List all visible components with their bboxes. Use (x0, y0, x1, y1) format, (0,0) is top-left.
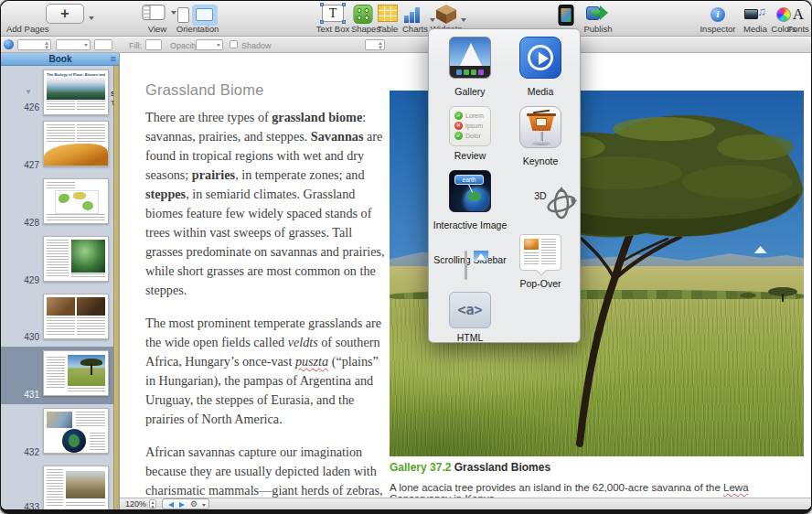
sidebar-menu-icon[interactable]: ≡ (111, 53, 116, 65)
widget-item-label: Keynote (502, 155, 579, 166)
page-row-431[interactable]: 431 (1, 347, 113, 404)
text-run: There are three types of (145, 110, 272, 124)
gallery-caption-title: Gallery 37.2 Grassland Biomes (390, 461, 550, 474)
widget-item-keynote[interactable]: Keynote (502, 106, 579, 166)
media-button[interactable]: ♫ Media (738, 4, 773, 35)
zoom-stepper[interactable]: ▲▼ (149, 499, 156, 509)
page-thumbnail[interactable] (43, 236, 109, 282)
page-row-428[interactable]: 428 (1, 175, 113, 232)
widget-item-popover[interactable]: Pop-Over (502, 234, 579, 289)
thumb-art-layer (71, 273, 105, 278)
format-bar: ▲▼ Fill: Opacity: Shadow ▲▼ (1, 37, 811, 53)
widget-item-media[interactable]: Media (502, 37, 579, 97)
thumb-art-layer (66, 471, 105, 498)
portrait-page-icon[interactable] (177, 7, 189, 23)
inspector-button[interactable]: i Inspector (696, 4, 740, 35)
gallery-widget-icon[interactable] (449, 37, 491, 79)
page-thumbnail[interactable] (43, 121, 109, 166)
widgets-icon (435, 5, 457, 24)
widget-item-review[interactable]: ✓Lorem✕Ipsum✓DolorReview (432, 106, 508, 161)
fill-color-well[interactable] (145, 39, 162, 50)
review-row-label: Ipsum (465, 123, 483, 129)
media-widget-icon[interactable] (519, 37, 561, 79)
widget-icon-layer (536, 118, 547, 126)
preview-device-icon (559, 5, 574, 26)
text-run: grassland biome (272, 110, 362, 124)
sidebar-title: Book (49, 54, 72, 64)
review-widget-icon[interactable]: ✓Lorem✕Ipsum✓Dolor (449, 106, 491, 146)
page-row-433[interactable]: 433 (1, 462, 113, 509)
widget-item-gallery[interactable]: Gallery (432, 37, 508, 97)
fonts-button[interactable]: A Fonts (785, 4, 811, 35)
sidebar-header[interactable]: Book ≡ (1, 53, 120, 66)
shadow-checkbox[interactable] (230, 40, 238, 48)
widget-item-interactive[interactable]: earthInteractive Image (432, 170, 508, 230)
navigation-group: ⚙ (162, 498, 209, 509)
zoom-level[interactable]: 120% (125, 499, 146, 509)
style-dropdown[interactable] (56, 39, 91, 50)
fonts-label: Fonts (785, 24, 811, 34)
page-thumbnail[interactable] (43, 408, 109, 454)
object-fill-sphere-icon[interactable] (4, 39, 14, 49)
interactive-widget-icon[interactable]: earth (449, 170, 491, 212)
disclosure-triangle-icon[interactable]: ▼ (25, 88, 32, 96)
publish-button[interactable]: Publish (577, 4, 619, 35)
page-row-426[interactable]: ▼426The Biology of Place: Biomes and Lan… (1, 66, 113, 117)
gear-menu-icon[interactable]: ⚙ (190, 499, 198, 509)
text-run: , in temperate zones; and (235, 167, 364, 182)
text-run: puszta (295, 354, 328, 369)
text-run: A lone acacia tree provides an island in… (390, 482, 723, 493)
page-row-427[interactable]: 427 (1, 117, 113, 175)
previous-page-button[interactable] (168, 502, 174, 508)
text-run: , in semiarid climates. Grassland biomes… (145, 187, 385, 297)
page-thumbnail[interactable] (43, 294, 109, 339)
document-paragraphs[interactable]: There are three types of grassland biome… (145, 108, 390, 509)
review-row-label: Dolor (465, 133, 481, 139)
widget-icon-layer (465, 251, 467, 280)
widget-icon-layer (532, 141, 550, 145)
right-stepper[interactable]: ▲▼ (365, 39, 385, 50)
earth-tag-label: earth (454, 175, 484, 185)
keynote-widget-icon[interactable] (519, 106, 561, 148)
widget-icon-layer (464, 70, 469, 75)
page-number: 431 (12, 390, 39, 400)
widget-item-threed[interactable]: 3D (502, 170, 579, 201)
popover-widget-icon[interactable] (519, 234, 561, 271)
sidebar-scrollbar[interactable] (113, 66, 119, 509)
thumb-art-layer (47, 357, 65, 390)
thumb-art-layer (47, 412, 72, 428)
thumb-art-layer (47, 182, 75, 189)
html-widget-icon[interactable]: <a> (449, 292, 491, 328)
size-stepper[interactable]: ▲▼ (17, 39, 51, 50)
pages-sidebar: Book ≡ ▼426The Biology of Place: Biomes … (1, 53, 120, 509)
status-bar: 120% ▲▼ ⚙ (120, 498, 811, 509)
view-icon (143, 5, 166, 20)
widget-item-label: Media (502, 86, 579, 97)
widget-icon-layer (468, 191, 481, 201)
widget-item-scrolling[interactable]: Scrolling Sidebar (432, 234, 508, 265)
page-number: 433 (12, 502, 39, 509)
thumb-art-layer (47, 124, 75, 143)
page-row-429[interactable]: 429 (1, 232, 113, 290)
widget-icon-layer: ✕Ipsum (454, 121, 486, 131)
next-page-button[interactable] (179, 502, 185, 508)
section-heading[interactable]: Grassland Biome (145, 81, 264, 99)
opacity-dropdown[interactable] (196, 39, 223, 50)
orientation-control[interactable]: Orientation (169, 4, 226, 35)
add-pages-button[interactable]: + Add Pages (5, 4, 96, 35)
widget-item-html[interactable]: <a>HTML (432, 292, 508, 343)
page-row-432[interactable]: 432 (1, 404, 113, 462)
widget-icon-layer (527, 113, 556, 116)
page-thumbnail[interactable] (43, 178, 109, 224)
orientation-icons (177, 5, 218, 26)
landscape-page-icon[interactable] (192, 5, 218, 26)
page-thumbnail[interactable] (43, 466, 109, 509)
add-pages-icon[interactable]: + (46, 4, 84, 24)
gallery-caption-label: Gallery 37.2 (390, 461, 451, 474)
widgets-popover: GalleryMedia✓Lorem✕Ipsum✓DolorReviewKeyn… (428, 28, 581, 343)
widget-icon-layer (456, 70, 462, 75)
color-well[interactable] (94, 39, 112, 50)
page-row-430[interactable]: 430 (1, 290, 113, 347)
page-thumbnail[interactable]: The Biology of Place: Biomes and Landsca… (43, 70, 109, 115)
page-thumbnail[interactable] (43, 350, 109, 396)
